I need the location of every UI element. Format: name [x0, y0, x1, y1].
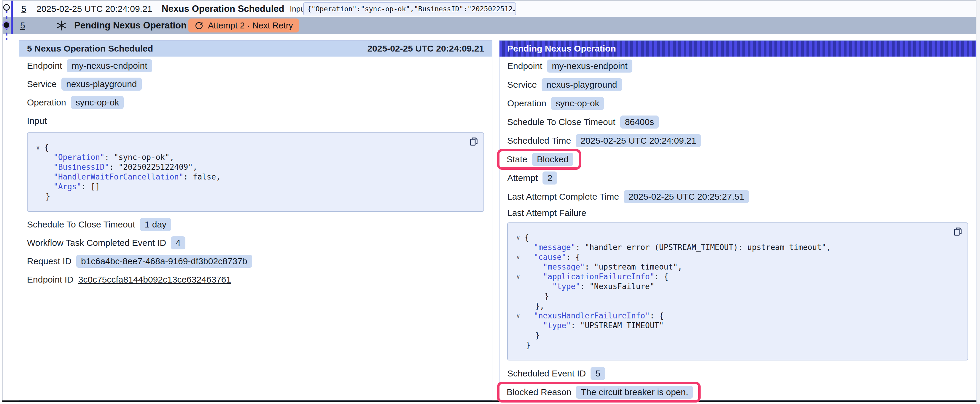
gutter-spacer: [512, 321, 524, 331]
json-line-text: "nexusHandlerFailureInfo": {: [524, 311, 664, 321]
copy-icon[interactable]: [469, 136, 479, 147]
retry-icon: [194, 21, 204, 30]
field-label: Input: [27, 116, 47, 126]
timeline-marker-scheduled-icon: [3, 4, 10, 11]
json-line-text: "type": "NexusFailure": [524, 282, 654, 292]
field-row: Last Attempt Failure: [507, 206, 968, 220]
event-id-link[interactable]: 5: [20, 21, 25, 30]
event-detail-panel-scheduled: 5 Nexus Operation Scheduled 2025-02-25 U…: [19, 40, 492, 401]
json-line: }: [512, 331, 959, 340]
collapse-chevron-icon[interactable]: ∨: [32, 143, 44, 152]
field-row: Schedule To Close Timeout86400s: [507, 112, 968, 131]
json-line: "message": "handler error (UPSTREAM_TIME…: [512, 242, 959, 252]
json-key: "Args": [53, 182, 81, 191]
event-id-link[interactable]: 5: [21, 4, 26, 14]
json-line: ∨{: [512, 233, 959, 242]
json-line-text: "Args": []: [44, 182, 100, 192]
json-value: : "UPSTREAM_TIMEOUT": [571, 321, 664, 330]
json-key: "message": [534, 243, 576, 252]
json-line: "type": "NexusFailure": [512, 282, 959, 292]
field-label: Service: [27, 79, 57, 89]
field-row: StateBlocked: [507, 150, 968, 168]
gutter-spacer: [512, 340, 524, 350]
field-value-chip: 86400s: [620, 116, 659, 128]
json-line-text: "HandlerWaitForCancellation": false,: [44, 172, 221, 182]
event-row-pending[interactable]: 5 Pending Nexus Operation Attempt 2 · Ne…: [3, 17, 976, 34]
copy-icon[interactable]: [953, 227, 963, 237]
gutter-spacer: [512, 282, 524, 292]
json-value: }: [535, 331, 540, 340]
json-value: }: [526, 341, 531, 350]
json-line: "type": "UPSTREAM_TIMEOUT": [512, 321, 959, 331]
field-row: Schedule To Close Timeout1 day: [27, 215, 484, 234]
json-line: "HandlerWaitForCancellation": false,: [32, 172, 474, 182]
field-value-chip: nexus-playground: [542, 78, 622, 91]
gutter-spacer: [512, 331, 524, 340]
json-key: "applicationFailureInfo": [543, 272, 655, 281]
panel-body: Endpointmy-nexus-endpointServicenexus-pl…: [500, 57, 976, 401]
field-label: Operation: [507, 98, 546, 108]
field-row: Workflow Task Completed Event ID4: [27, 234, 484, 252]
json-line: ∨"cause": {: [512, 252, 959, 262]
field-label: Scheduled Event ID: [507, 368, 586, 379]
json-value: }: [46, 192, 51, 201]
field-label: Last Attempt Failure: [507, 208, 586, 218]
json-line: "Args": []: [32, 182, 474, 192]
pending-operation-icon: [56, 19, 68, 32]
field-value-chip: sync-op-ok: [551, 97, 604, 110]
json-value: : "20250225122409",: [109, 163, 197, 171]
collapse-chevron-icon[interactable]: ∨: [512, 272, 524, 282]
json-line-text: }: [524, 292, 549, 301]
json-value: },: [535, 301, 544, 311]
field-value-chip: Blocked: [532, 153, 573, 166]
json-key: "type": [552, 282, 580, 291]
field-value-chip: sync-op-ok: [71, 96, 124, 109]
collapse-chevron-icon[interactable]: ∨: [512, 233, 524, 242]
field-label: Schedule To Close Timeout: [27, 219, 135, 230]
field-label: Request ID: [27, 256, 72, 266]
field-label: Blocked Reason: [507, 387, 571, 397]
json-line-text: "cause": {: [524, 252, 580, 262]
json-line: ∨"applicationFailureInfo": {: [512, 272, 959, 282]
json-value: : false,: [184, 173, 221, 181]
json-value: : {: [650, 311, 664, 320]
json-value: : "upstream timeout",: [585, 262, 682, 271]
annotation-highlight: StateBlocked: [497, 149, 581, 170]
json-key: "HandlerWaitForCancellation": [53, 173, 183, 181]
field-row: Input: [27, 112, 484, 130]
gutter-spacer: [512, 242, 524, 252]
pending-operation-panel: Pending Nexus Operation Endpointmy-nexus…: [499, 40, 977, 401]
json-line-text: "BusinessID": "20250225122409",: [44, 162, 197, 172]
field-value-link[interactable]: 3c0c75ccfa8144b092c13ce632463761: [78, 274, 231, 285]
json-line: }: [512, 340, 959, 350]
panel-title: Pending Nexus Operation: [507, 44, 616, 54]
scrollbar-track[interactable]: [976, 0, 980, 404]
timeline-active-bar: [11, 1, 13, 34]
gutter-spacer: [512, 301, 524, 311]
field-label: Endpoint ID: [27, 274, 73, 285]
event-row-scheduled[interactable]: 5 2025-02-25 UTC 20:24:09.21 Nexus Opera…: [3, 1, 976, 17]
event-name: Nexus Operation Scheduled: [162, 3, 284, 14]
json-value: : "NexusFailure": [580, 282, 654, 291]
field-value-chip: 2025-02-25 UTC 20:24:09.21: [576, 134, 701, 147]
panel-header-scheduled: 5 Nexus Operation Scheduled 2025-02-25 U…: [19, 41, 492, 57]
collapse-chevron-icon[interactable]: ∨: [512, 252, 524, 262]
gutter-spacer: [512, 292, 524, 301]
json-value: : {: [654, 272, 668, 281]
json-value: : []: [81, 182, 100, 191]
field-label: Workflow Task Completed Event ID: [27, 238, 166, 248]
gutter-spacer: [512, 262, 524, 272]
input-preview-chip[interactable]: {"Operation":"sync-op-ok","BusinessID":"…: [303, 2, 516, 16]
gutter-spacer: [32, 182, 44, 192]
field-label: Last Attempt Complete Time: [507, 192, 619, 202]
json-line: }: [32, 192, 474, 201]
field-value-chip: The circuit breaker is open.: [576, 386, 693, 399]
json-key: "message": [543, 262, 585, 271]
panel-header-pending: Pending Nexus Operation: [500, 41, 976, 57]
json-key: "BusinessID": [53, 163, 109, 171]
json-value: : "handler error (UPSTREAM_TIMEOUT): ups…: [576, 243, 831, 252]
field-row: Endpointmy-nexus-endpoint: [27, 57, 484, 75]
json-line-text: }: [524, 340, 530, 350]
json-viewer: ∨{"message": "handler error (UPSTREAM_TI…: [507, 222, 968, 360]
collapse-chevron-icon[interactable]: ∨: [512, 311, 524, 321]
